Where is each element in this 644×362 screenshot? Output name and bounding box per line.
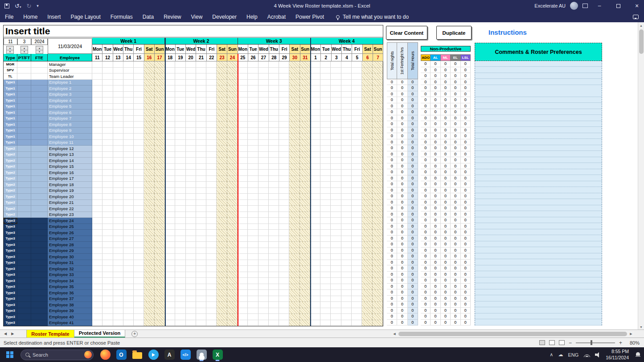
shift-cell[interactable] (258, 296, 269, 302)
shift-cell[interactable] (341, 85, 352, 92)
fte-cell[interactable] (31, 284, 48, 290)
shift-cell[interactable] (206, 122, 217, 128)
shift-cell[interactable] (238, 170, 248, 176)
leave-value-ml[interactable]: 0 (441, 67, 451, 73)
shift-cell[interactable] (300, 278, 310, 284)
date-number-cell[interactable]: 26 (248, 54, 258, 61)
shift-cell[interactable] (217, 188, 227, 194)
shift-cell[interactable] (362, 272, 372, 278)
shift-cell[interactable] (362, 260, 372, 266)
employee-name-cell[interactable]: Employee 33 (48, 272, 92, 278)
date-number-cell[interactable]: 5 (352, 54, 362, 61)
shift-cell[interactable] (341, 320, 352, 326)
employee-name-cell[interactable]: Employee 24 (48, 218, 92, 224)
type-cell[interactable]: Type1 (4, 98, 17, 104)
shift-cell[interactable] (269, 290, 279, 296)
fte-cell[interactable] (31, 266, 48, 272)
shift-cell[interactable] (289, 134, 299, 140)
shift-cell[interactable] (155, 236, 165, 242)
shift-cell[interactable] (341, 152, 352, 158)
employee-name-cell[interactable]: Employee 19 (48, 188, 92, 194)
shift-cell[interactable] (155, 188, 165, 194)
first-fortnight-value[interactable]: 0 (397, 109, 407, 115)
leave-value-ml[interactable]: 0 (441, 320, 451, 326)
fte-cell[interactable] (31, 290, 48, 296)
ptft-cell[interactable] (17, 140, 31, 146)
shift-cell[interactable] (310, 314, 320, 320)
leave-value-ml[interactable]: 0 (441, 121, 451, 127)
shift-cell[interactable] (165, 116, 175, 122)
shift-cell[interactable] (144, 134, 154, 140)
shift-cell[interactable] (123, 230, 134, 236)
shift-cell[interactable] (196, 158, 206, 164)
shift-cell[interactable] (165, 85, 175, 92)
shift-cell[interactable] (373, 284, 383, 290)
shift-cell[interactable] (289, 80, 299, 86)
shift-cell[interactable] (196, 188, 206, 194)
shift-cell[interactable] (310, 85, 320, 92)
leave-value-el[interactable]: 0 (451, 253, 460, 260)
first-fortnight-value[interactable]: 0 (397, 121, 407, 127)
date-number-cell[interactable]: 15 (134, 54, 144, 61)
shift-cell[interactable] (352, 308, 362, 314)
shift-cell[interactable] (373, 278, 383, 284)
first-fortnight-value[interactable]: 0 (397, 157, 407, 163)
shift-cell[interactable] (341, 218, 352, 224)
shift-cell[interactable] (258, 290, 269, 296)
shift-cell[interactable] (248, 158, 258, 164)
leave-value-ado[interactable]: 0 (421, 272, 431, 278)
shift-cell[interactable] (155, 272, 165, 278)
shift-cell[interactable] (331, 68, 341, 74)
shift-cell[interactable] (103, 218, 113, 224)
leave-value-ml[interactable]: 0 (441, 224, 451, 230)
first-fortnight-value[interactable]: 0 (397, 212, 407, 218)
leave-value-el[interactable]: 0 (451, 139, 460, 146)
shift-cell[interactable] (258, 98, 269, 104)
day-name-cell[interactable]: Mon (311, 45, 321, 54)
shift-cell[interactable] (352, 170, 362, 176)
fte-cell[interactable] (31, 302, 48, 308)
ptft-cell[interactable] (17, 188, 31, 194)
leave-value-ml[interactable]: 0 (441, 151, 451, 158)
customize-qat-icon[interactable]: ▾ (37, 4, 39, 8)
type-cell[interactable]: Type2 (4, 158, 17, 164)
shift-cell[interactable] (320, 278, 331, 284)
shift-cell[interactable] (373, 182, 383, 188)
shift-cell[interactable] (289, 140, 299, 146)
shift-cell[interactable] (227, 128, 238, 134)
shift-cell[interactable] (341, 314, 352, 320)
shift-cell[interactable] (92, 128, 103, 134)
shift-cell[interactable] (279, 236, 289, 242)
shift-cell[interactable] (134, 98, 144, 104)
leave-value-al[interactable]: 0 (431, 248, 440, 254)
shift-cell[interactable] (279, 254, 289, 260)
leave-value-lsl[interactable]: 0 (461, 145, 471, 151)
shift-cell[interactable] (92, 188, 103, 194)
shift-cell[interactable] (362, 302, 372, 308)
leave-value-al[interactable]: 0 (431, 133, 440, 139)
ribbon-tab-file[interactable]: File (0, 12, 18, 22)
shift-cell[interactable] (248, 182, 258, 188)
employee-name-cell[interactable]: Employee 22 (48, 206, 92, 212)
non-productive-header[interactable]: Non-Productive (421, 46, 471, 52)
leave-value-ado[interactable]: 0 (421, 121, 431, 127)
leave-value-ml[interactable]: 0 (441, 236, 451, 242)
shift-cell[interactable] (362, 170, 372, 176)
shift-cell[interactable] (258, 248, 269, 254)
shift-cell[interactable] (165, 248, 175, 254)
shift-cell[interactable] (248, 260, 258, 266)
leave-type-al[interactable]: AL (431, 54, 440, 61)
total-hours-value[interactable]: 0 (408, 320, 418, 326)
total-nights-value[interactable]: 0 (387, 151, 397, 158)
shift-cell[interactable] (310, 182, 320, 188)
shift-cell[interactable] (155, 218, 165, 224)
shift-cell[interactable] (113, 104, 123, 110)
shift-cell[interactable] (206, 314, 217, 320)
shift-cell[interactable] (155, 224, 165, 230)
shift-cell[interactable] (248, 230, 258, 236)
employee-name-cell[interactable]: Employee 15 (48, 164, 92, 170)
fte-cell[interactable] (31, 140, 48, 146)
shift-cell[interactable] (373, 230, 383, 236)
shift-cell[interactable] (155, 85, 165, 92)
leave-value-lsl[interactable]: 0 (461, 224, 471, 230)
